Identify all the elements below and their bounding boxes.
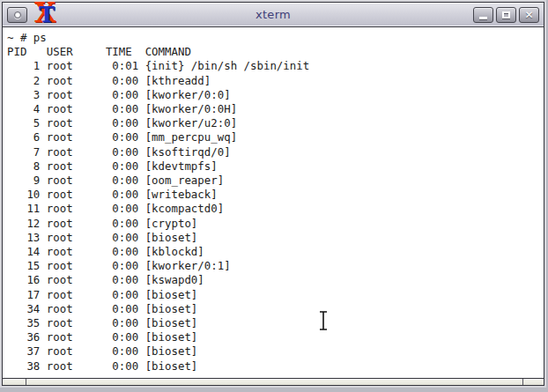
window-frame: X T xterm ✕ ~ # ps PID USER TIME COMMAND… xyxy=(2,2,544,386)
maximize-button[interactable] xyxy=(496,7,516,23)
window-title: xterm xyxy=(3,3,544,26)
bottom-resize-bar xyxy=(3,379,544,385)
terminal-client-area[interactable]: ~ # ps PID USER TIME COMMAND 1 root 0:01… xyxy=(3,27,544,379)
xterm-window: X T xterm ✕ ~ # ps PID USER TIME COMMAND… xyxy=(0,0,546,388)
minimize-icon xyxy=(479,17,487,19)
title-bar[interactable]: X T xterm ✕ xyxy=(3,3,544,27)
xterm-t-glyph: T xyxy=(39,1,55,29)
i-beam-cursor xyxy=(317,310,330,331)
resize-grip-middle[interactable] xyxy=(26,379,522,385)
xterm-logo-icon: X T xyxy=(33,2,61,30)
close-icon: ✕ xyxy=(524,10,533,20)
minimize-button[interactable] xyxy=(473,7,493,23)
resize-grip-left[interactable] xyxy=(3,379,26,385)
resize-grip-right[interactable] xyxy=(522,379,544,385)
desktop: { "window": { "title": "xterm", "control… xyxy=(0,0,548,392)
close-button[interactable]: ✕ xyxy=(519,7,539,23)
maximize-icon xyxy=(502,11,510,18)
window-controls: ✕ xyxy=(473,7,539,23)
terminal-output: ~ # ps PID USER TIME COMMAND 1 root 0:01… xyxy=(3,27,544,374)
